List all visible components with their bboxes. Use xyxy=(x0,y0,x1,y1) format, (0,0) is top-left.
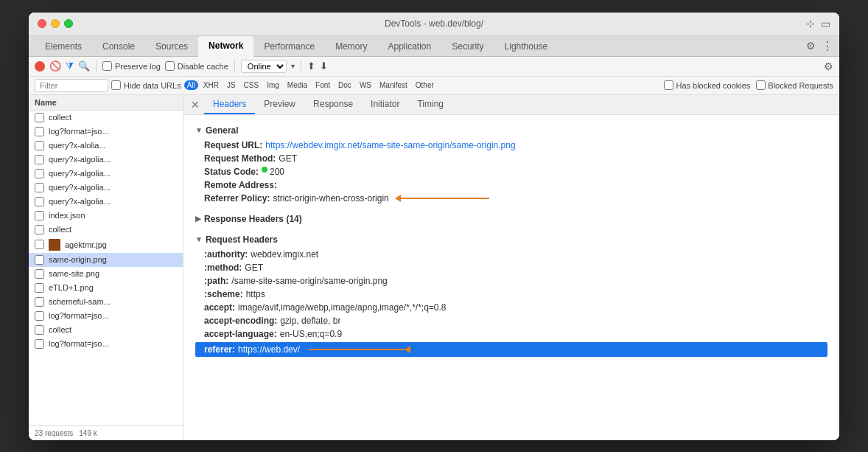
tab-headers[interactable]: Headers xyxy=(204,95,255,114)
disable-cache-wrap[interactable]: Disable cache xyxy=(165,61,228,71)
settings-icon[interactable]: ⚙ xyxy=(806,40,816,52)
disable-cache-checkbox[interactable] xyxy=(165,61,175,71)
inspect-icon[interactable]: ⊹ xyxy=(806,18,815,29)
tab-response[interactable]: Response xyxy=(304,95,362,114)
response-headers-section-header[interactable]: ▶ Response Headers (14) xyxy=(195,209,827,227)
list-item[interactable]: log?format=jso... xyxy=(29,125,183,139)
traffic-lights xyxy=(38,19,73,28)
list-item[interactable]: collect xyxy=(29,223,183,237)
referer-value: https://web.dev/ xyxy=(238,344,300,355)
response-headers-title: Response Headers (14) xyxy=(204,214,302,224)
panel-close-button[interactable]: ✕ xyxy=(186,96,204,114)
tab-application[interactable]: Application xyxy=(377,37,441,56)
tab-timing[interactable]: Timing xyxy=(408,95,452,114)
preserve-log-wrap[interactable]: Preserve log xyxy=(102,61,161,71)
list-item[interactable]: log?format=jso... xyxy=(29,309,183,323)
tab-performance[interactable]: Performance xyxy=(253,37,325,56)
tab-security[interactable]: Security xyxy=(441,37,494,56)
filter-tags: All XHR JS CSS Img Media Font Doc WS Man… xyxy=(184,80,437,90)
request-headers-section-header[interactable]: ▼ Request Headers xyxy=(195,230,827,248)
item-checkbox[interactable] xyxy=(35,197,44,206)
network-throttle-select[interactable]: Online xyxy=(241,60,287,73)
hide-data-urls-checkbox[interactable] xyxy=(111,80,121,90)
item-name: query?x-algolia... xyxy=(49,183,111,192)
tab-sources[interactable]: Sources xyxy=(145,37,198,56)
remote-address-label: Remote Address: xyxy=(204,180,277,190)
upload-icon: ⬆ xyxy=(307,60,315,72)
filter-tag-media[interactable]: Media xyxy=(284,80,310,90)
filter-tag-doc[interactable]: Doc xyxy=(335,80,354,90)
list-item[interactable]: schemeful-sam... xyxy=(29,295,183,309)
item-checkbox[interactable] xyxy=(35,169,44,178)
separator2 xyxy=(234,60,235,72)
item-checkbox[interactable] xyxy=(35,211,44,220)
tab-memory[interactable]: Memory xyxy=(325,37,377,56)
clear-icon[interactable]: 🚫 xyxy=(49,60,61,72)
item-checkbox[interactable] xyxy=(35,297,44,307)
scheme-value: https xyxy=(246,289,265,299)
hide-data-urls-wrap[interactable]: Hide data URLs xyxy=(111,80,181,90)
filter-tag-xhr[interactable]: XHR xyxy=(200,80,222,90)
item-checkbox[interactable] xyxy=(35,225,44,234)
list-item[interactable]: query?x-algolia... xyxy=(29,181,183,195)
preserve-log-checkbox[interactable] xyxy=(102,61,112,71)
maximize-button[interactable] xyxy=(64,19,73,28)
filter-tag-ws[interactable]: WS xyxy=(357,80,374,90)
list-item[interactable]: query?x-algolia... xyxy=(29,195,183,209)
filter-tag-js[interactable]: JS xyxy=(224,80,239,90)
tab-network[interactable]: Network xyxy=(198,36,253,57)
item-checkbox[interactable] xyxy=(35,255,44,265)
list-item[interactable]: same-site.png xyxy=(29,267,183,281)
list-item[interactable]: agektmr.jpg xyxy=(29,237,183,253)
general-section-header[interactable]: ▼ General xyxy=(195,121,827,139)
tab-console[interactable]: Console xyxy=(92,37,145,56)
request-method-row: Request Method: GET xyxy=(195,152,827,165)
item-checkbox[interactable] xyxy=(35,283,44,293)
blocked-requests-checkbox[interactable] xyxy=(756,80,766,90)
item-checkbox[interactable] xyxy=(35,339,44,349)
tab-preview[interactable]: Preview xyxy=(255,95,304,114)
tab-initiator[interactable]: Initiator xyxy=(362,95,408,114)
item-checkbox[interactable] xyxy=(35,155,44,164)
list-item[interactable]: query?x-algolia... xyxy=(29,167,183,181)
has-blocked-cookies-label: Has blocked cookies xyxy=(676,81,750,90)
has-blocked-cookies-checkbox[interactable] xyxy=(664,80,673,90)
filter-input[interactable] xyxy=(35,79,108,92)
filter-tag-css[interactable]: CSS xyxy=(241,80,262,90)
filter-tag-img[interactable]: Img xyxy=(264,80,282,90)
tab-elements[interactable]: Elements xyxy=(35,37,92,56)
tab-lighthouse[interactable]: Lighthouse xyxy=(494,37,559,56)
item-checkbox[interactable] xyxy=(35,325,44,335)
device-icon[interactable]: ▭ xyxy=(821,18,830,29)
filter-icon[interactable]: ⧩ xyxy=(66,60,74,72)
minimize-button[interactable] xyxy=(51,19,60,28)
more-icon[interactable]: ⋮ xyxy=(822,39,833,53)
filter-tag-other[interactable]: Other xyxy=(413,80,437,90)
item-checkbox[interactable] xyxy=(35,127,44,136)
item-checkbox[interactable] xyxy=(35,183,44,192)
item-checkbox[interactable] xyxy=(35,113,44,122)
blocked-requests-wrap[interactable]: Blocked Requests xyxy=(756,80,833,90)
list-item[interactable]: query?x-alolia... xyxy=(29,139,183,153)
list-item[interactable]: same-origin.png xyxy=(29,253,183,267)
path-row: :path: /same-site-same-origin/same-origi… xyxy=(195,274,827,288)
record-button[interactable] xyxy=(35,61,45,72)
search-icon[interactable]: 🔍 xyxy=(78,60,90,72)
list-item[interactable]: log?format=jso... xyxy=(29,337,183,351)
close-button[interactable] xyxy=(38,19,46,28)
has-blocked-cookies-wrap[interactable]: Has blocked cookies xyxy=(664,80,750,90)
list-item[interactable]: query?x-algolia... xyxy=(29,153,183,167)
list-item[interactable]: collect xyxy=(29,323,183,337)
list-item[interactable]: index.json xyxy=(29,209,183,223)
list-item[interactable]: eTLD+1.png xyxy=(29,281,183,295)
filter-tag-manifest[interactable]: Manifest xyxy=(377,80,410,90)
item-checkbox[interactable] xyxy=(35,311,44,321)
item-checkbox[interactable] xyxy=(35,141,44,150)
item-checkbox[interactable] xyxy=(35,269,44,279)
filter-tag-font[interactable]: Font xyxy=(312,80,333,90)
sidebar-footer: 23 requests 149 k xyxy=(29,425,183,440)
list-item[interactable]: collect xyxy=(29,111,183,125)
item-checkbox[interactable] xyxy=(35,240,44,249)
settings-right-icon[interactable]: ⚙ xyxy=(824,60,833,72)
filter-tag-all[interactable]: All xyxy=(184,80,198,90)
